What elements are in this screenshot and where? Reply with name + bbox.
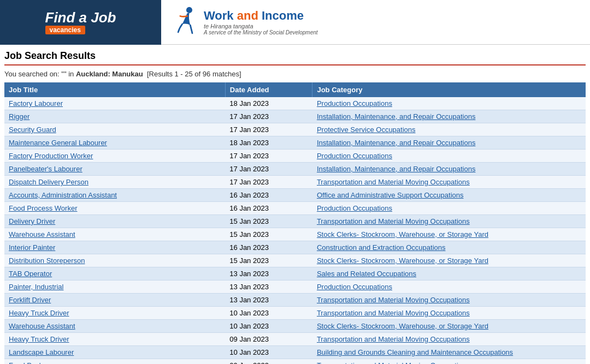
job-category-link[interactable]: Stock Clerks- Stockroom, Warehouse, or S…	[317, 322, 488, 330]
job-category-link[interactable]: Production Occupations	[317, 204, 392, 212]
job-category-cell: Installation, Maintenance, and Repair Oc…	[312, 110, 586, 123]
job-category-link[interactable]: Transportation and Material Moving Occup…	[317, 361, 470, 364]
job-title-cell: Heavy Truck Driver	[4, 333, 225, 346]
table-row: Warehouse Assistant10 Jan 2023Stock Cler…	[4, 320, 586, 333]
table-row: Security Guard17 Jan 2023Protective Serv…	[4, 123, 586, 136]
job-category-link[interactable]: Building and Grounds Cleaning and Mainte…	[317, 348, 513, 356]
table-row: Food Packer09 Jan 2023Transportation and…	[4, 359, 586, 365]
and-text: and	[237, 9, 262, 22]
job-category-cell: Transportation and Material Moving Occup…	[312, 215, 586, 228]
table-body: Factory Labourer18 Jan 2023Production Oc…	[4, 97, 586, 364]
wai-title: Work and Income	[204, 9, 318, 23]
wai-text-block: Work and Income te Hiranga tangata A ser…	[204, 9, 318, 35]
job-category-link[interactable]: Production Occupations	[317, 99, 392, 108]
job-category-link[interactable]: Transportation and Material Moving Occup…	[317, 178, 470, 186]
page-title: Job Search Results	[4, 50, 586, 65]
job-date-cell: 15 Jan 2023	[225, 215, 312, 228]
job-date-cell: 16 Jan 2023	[225, 241, 312, 254]
job-title-link[interactable]: Landscape Labourer	[9, 348, 74, 356]
job-title-link[interactable]: Heavy Truck Driver	[9, 335, 69, 343]
job-title-cell: Dispatch Delivery Person	[4, 176, 225, 189]
job-date-cell: 10 Jan 2023	[225, 346, 312, 359]
job-date-cell: 15 Jan 2023	[225, 254, 312, 267]
table-row: Factory Production Worker17 Jan 2023Prod…	[4, 150, 586, 163]
job-title-link[interactable]: Accounts, Administration Assistant	[9, 191, 117, 199]
table-header: Job Title Date Added Job Category	[4, 82, 586, 97]
job-title-link[interactable]: Food Process Worker	[9, 204, 77, 212]
job-title-cell: Painter, Industrial	[4, 281, 225, 294]
job-date-cell: 16 Jan 2023	[225, 189, 312, 202]
job-category-link[interactable]: Stock Clerks- Stockroom, Warehouse, or S…	[317, 230, 488, 238]
job-title-cell: Factory Labourer	[4, 97, 225, 110]
job-title-link[interactable]: Food Packer	[9, 361, 49, 364]
col-header-date: Date Added	[225, 82, 312, 97]
job-title-cell: Accounts, Administration Assistant	[4, 189, 225, 202]
job-title-link[interactable]: Painter, Industrial	[9, 283, 63, 291]
search-location: Auckland: Manukau	[76, 70, 143, 78]
job-title-link[interactable]: Dispatch Delivery Person	[9, 178, 88, 186]
table-row: Forklift Driver13 Jan 2023Transportation…	[4, 294, 586, 307]
job-category-link[interactable]: Construction and Extraction Occupations	[317, 243, 446, 252]
job-title-link[interactable]: Rigger	[9, 112, 30, 121]
job-title-link[interactable]: Security Guard	[9, 126, 56, 134]
job-title-link[interactable]: Warehouse Assistant	[9, 322, 75, 330]
job-category-link[interactable]: Protective Service Occupations	[317, 126, 416, 134]
wai-logo-area: Work and Income te Hiranga tangata A ser…	[161, 6, 590, 39]
table-row: Maintenance General Labourer18 Jan 2023I…	[4, 136, 586, 150]
job-title-cell: Panelbeater's Labourer	[4, 163, 225, 176]
search-results-count: [Results 1 - 25 of 96 matches]	[147, 70, 241, 78]
job-title-cell: Warehouse Assistant	[4, 228, 225, 241]
job-title-link[interactable]: Factory Production Worker	[9, 152, 93, 160]
job-title-link[interactable]: Warehouse Assistant	[9, 230, 75, 238]
job-category-cell: Transportation and Material Moving Occup…	[312, 176, 586, 189]
job-category-link[interactable]: Installation, Maintenance, and Repair Oc…	[317, 139, 476, 147]
col-header-category: Job Category	[312, 82, 586, 97]
job-title-cell: Warehouse Assistant	[4, 320, 225, 333]
search-info: You searched on: "" in Auckland: Manukau…	[4, 70, 586, 78]
job-title-link[interactable]: Maintenance General Labourer	[9, 139, 107, 147]
job-category-link[interactable]: Installation, Maintenance, and Repair Oc…	[317, 165, 476, 173]
job-date-cell: 09 Jan 2023	[225, 359, 312, 365]
job-title-cell: TAB Operator	[4, 267, 225, 281]
find-a-job-text: Find a Job	[45, 10, 116, 25]
jobs-table: Job Title Date Added Job Category Factor…	[4, 82, 586, 364]
job-title-link[interactable]: Heavy Truck Driver	[9, 309, 69, 317]
job-category-cell: Building and Grounds Cleaning and Mainte…	[312, 346, 586, 359]
find-text: Find a Job	[45, 9, 116, 26]
job-category-cell: Installation, Maintenance, and Repair Oc…	[312, 136, 586, 150]
job-title-link[interactable]: Delivery Driver	[9, 217, 55, 225]
job-category-link[interactable]: Transportation and Material Moving Occup…	[317, 217, 470, 225]
job-title-cell: Delivery Driver	[4, 215, 225, 228]
job-title-cell: Distribution Storeperson	[4, 254, 225, 267]
job-category-link[interactable]: Office and Administrative Support Occupa…	[317, 191, 464, 199]
job-date-cell: 17 Jan 2023	[225, 110, 312, 123]
job-category-link[interactable]: Stock Clerks- Stockroom, Warehouse, or S…	[317, 256, 488, 265]
job-date-cell: 18 Jan 2023	[225, 136, 312, 150]
job-category-cell: Protective Service Occupations	[312, 123, 586, 136]
job-date-cell: 17 Jan 2023	[225, 123, 312, 136]
vacancies-badge: vacancies	[45, 26, 85, 34]
work-text: Work	[204, 9, 237, 22]
job-category-link[interactable]: Production Occupations	[317, 152, 392, 160]
job-title-link[interactable]: Forklift Driver	[9, 296, 51, 304]
job-category-link[interactable]: Transportation and Material Moving Occup…	[317, 296, 470, 304]
job-title-link[interactable]: Panelbeater's Labourer	[9, 165, 82, 173]
job-title-link[interactable]: TAB Operator	[9, 270, 52, 278]
job-category-cell: Stock Clerks- Stockroom, Warehouse, or S…	[312, 228, 586, 241]
job-category-link[interactable]: Installation, Maintenance, and Repair Oc…	[317, 112, 476, 121]
job-category-link[interactable]: Sales and Related Occupations	[317, 270, 416, 278]
job-category-cell: Transportation and Material Moving Occup…	[312, 359, 586, 365]
table-row: Food Process Worker16 Jan 2023Production…	[4, 202, 586, 215]
job-title-link[interactable]: Distribution Storeperson	[9, 256, 85, 265]
job-title-cell: Factory Production Worker	[4, 150, 225, 163]
table-row: Warehouse Assistant15 Jan 2023Stock Cler…	[4, 228, 586, 241]
job-title-link[interactable]: Factory Labourer	[9, 99, 63, 108]
job-date-cell: 15 Jan 2023	[225, 228, 312, 241]
job-category-link[interactable]: Transportation and Material Moving Occup…	[317, 309, 470, 317]
job-category-link[interactable]: Production Occupations	[317, 283, 392, 291]
job-category-link[interactable]: Transportation and Material Moving Occup…	[317, 335, 470, 343]
table-row: Dispatch Delivery Person17 Jan 2023Trans…	[4, 176, 586, 189]
table-row: Factory Labourer18 Jan 2023Production Oc…	[4, 97, 586, 110]
job-title-link[interactable]: Interior Painter	[9, 243, 55, 252]
job-date-cell: 17 Jan 2023	[225, 163, 312, 176]
